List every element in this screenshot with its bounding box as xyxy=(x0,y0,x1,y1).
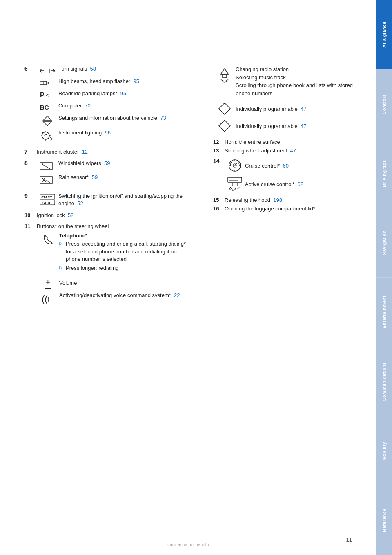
svg-line-23 xyxy=(42,164,50,169)
prog2-text: Individually programmable 47 xyxy=(236,123,364,129)
svg-rect-22 xyxy=(40,162,52,170)
rain-sensor-icon: A xyxy=(36,174,58,185)
section-11-num: 11 xyxy=(24,223,37,229)
svg-rect-25 xyxy=(40,176,52,184)
svg-text:START: START xyxy=(41,195,52,199)
sidebar-tab-at-a-glance[interactable]: At a glance xyxy=(376,0,392,69)
svg-line-17 xyxy=(42,132,43,133)
volume-text: Volume xyxy=(59,277,193,286)
section-7-num: 7 xyxy=(24,149,37,155)
rain-sensor-text: Rain sensor* 59 xyxy=(58,174,193,181)
cruise-control-text: Cruise control* 60 xyxy=(245,163,289,169)
sub-text-2: Press longer: redialing xyxy=(66,264,118,272)
svg-marker-10 xyxy=(43,116,51,120)
prog-diamond1-icon xyxy=(213,102,236,115)
section-11-text: Buttons* on the steering wheel xyxy=(37,223,109,229)
sidebar-tab-reference[interactable]: Reference xyxy=(376,486,392,555)
sidebar-tab-mobility[interactable]: Mobility xyxy=(376,416,392,486)
instrument-lighting-text: Instrument lighting 96 xyxy=(58,129,193,137)
active-cruise-icon xyxy=(225,177,245,191)
sidebar-tab-driving-tips[interactable]: Driving tips xyxy=(376,139,392,208)
prog-diamond2-icon xyxy=(213,119,236,132)
section-15-text: Releasing the hood 198 xyxy=(225,197,282,203)
svg-marker-36 xyxy=(219,120,230,132)
sub-bullet-2: ▷ xyxy=(59,264,66,270)
turn-signals-icon xyxy=(36,65,58,75)
start-stop-icon: START STOP xyxy=(36,192,58,206)
volume-icon: + xyxy=(37,277,59,289)
turn-signals-text: Turn signals 58 xyxy=(58,65,193,73)
section-10-num: 10 xyxy=(24,212,37,218)
svg-line-20 xyxy=(48,139,49,139)
section-6-num: 6 xyxy=(24,65,36,72)
radio-icon xyxy=(213,65,236,83)
parking-lamps-icon: P ≤ xyxy=(36,90,58,100)
svg-text:BC: BC xyxy=(40,104,49,111)
svg-rect-45 xyxy=(228,177,242,182)
telephone-label: Telephone*: xyxy=(59,233,193,239)
svg-line-37 xyxy=(219,120,225,126)
svg-line-18 xyxy=(48,132,49,133)
windshield-wipers-text: Windshield wipers 59 xyxy=(58,160,193,167)
section-9-text: Switching the ignition on/off and starti… xyxy=(58,192,193,207)
active-cruise-text: Active cruise control* 62 xyxy=(245,181,303,187)
sidebar: At a glance Controls Driving tips Naviga… xyxy=(376,0,392,555)
svg-text:((ι: ((ι xyxy=(42,294,50,304)
parking-lamps-text: Roadside parking lamps* 95 xyxy=(58,90,193,97)
section-10-text: Ignition lock 52 xyxy=(37,212,74,218)
computer-text: Computer 70 xyxy=(58,102,193,110)
svg-marker-35 xyxy=(219,103,230,114)
svg-rect-34 xyxy=(223,74,227,78)
windshield-wipers-icon xyxy=(36,160,58,171)
svg-point-12 xyxy=(42,132,49,139)
svg-text:A: A xyxy=(42,177,46,183)
svg-text:P: P xyxy=(40,92,45,98)
section-13-num: 13 xyxy=(213,148,225,154)
settings-icon xyxy=(36,114,58,127)
section-15-num: 15 xyxy=(213,197,225,203)
svg-text:STOP: STOP xyxy=(42,201,51,205)
sidebar-tab-controls[interactable]: Controls xyxy=(376,69,392,139)
section-13-text: Steering wheel adjustment 47 xyxy=(225,148,296,154)
section-12-text: Horn: the entire surface xyxy=(225,139,280,145)
section-16-text: Opening the luggage compartment lid* xyxy=(225,206,315,212)
sub-text-1: Press: accepting and ending a call, star… xyxy=(66,240,193,263)
voice-text: Activating/deactivating voice command sy… xyxy=(59,292,193,298)
watermark: carmanualonline.info xyxy=(167,542,209,547)
svg-marker-33 xyxy=(220,69,229,74)
voice-icon: ((ι xyxy=(37,292,59,304)
cruise-control-icon xyxy=(225,158,245,173)
sub-bullet-1: ▷ xyxy=(59,240,66,246)
section-12-num: 12 xyxy=(213,139,225,145)
page-number: 11 xyxy=(346,537,352,543)
sidebar-tab-communications[interactable]: Communications xyxy=(376,347,392,416)
section-9-num: 9 xyxy=(24,192,36,199)
instrument-lighting-icon xyxy=(36,129,58,141)
section-8-num: 8 xyxy=(24,160,36,166)
high-beams-icon xyxy=(36,78,58,87)
sidebar-tab-entertainment[interactable]: Entertainment xyxy=(376,278,392,347)
computer-icon: BC xyxy=(36,102,58,112)
section-16-num: 16 xyxy=(213,206,225,212)
settings-text: Settings and information about the vehic… xyxy=(58,114,193,122)
high-beams-text: High beams, headlamp flasher 95 xyxy=(58,78,193,85)
sidebar-tab-navigation[interactable]: Navigation xyxy=(376,208,392,278)
svg-marker-11 xyxy=(43,122,51,126)
section-14-num: 14 xyxy=(213,158,225,164)
svg-point-21 xyxy=(45,134,47,137)
radio-text: Changing radio station Selecting music t… xyxy=(236,65,364,97)
section-7-text: Instrument cluster 12 xyxy=(37,149,88,155)
svg-line-19 xyxy=(42,139,43,139)
svg-text:≤: ≤ xyxy=(46,92,49,98)
prog1-text: Individually programmable 47 xyxy=(236,106,364,112)
telephone-icon xyxy=(37,233,59,246)
